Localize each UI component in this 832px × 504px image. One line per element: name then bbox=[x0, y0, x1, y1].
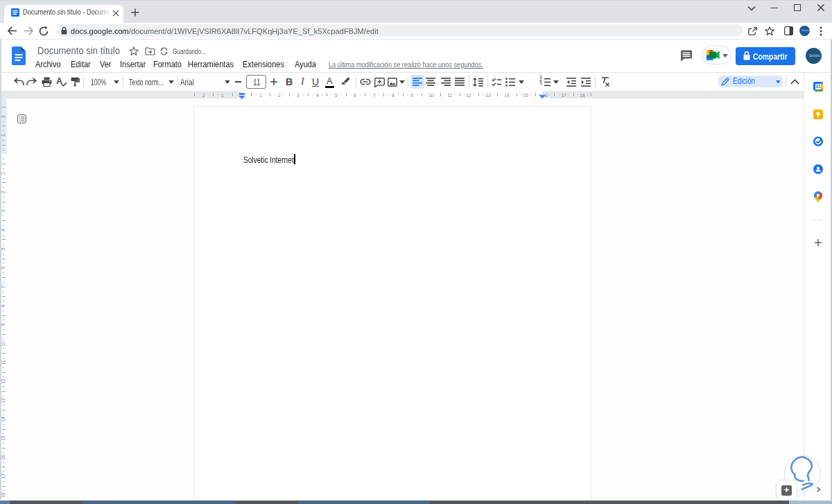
svg-text:31: 31 bbox=[815, 84, 821, 89]
